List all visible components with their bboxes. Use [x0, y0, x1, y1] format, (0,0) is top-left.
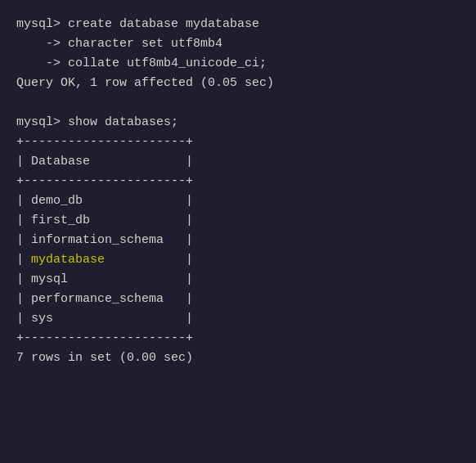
table-bottom-border: +----------------------+ — [16, 329, 460, 348]
mydatabase-highlight: mydatabase — [31, 253, 105, 267]
db-row-sys: | sys | — [16, 309, 460, 329]
table-top-border: +----------------------+ — [16, 133, 460, 152]
db-row-information: | information_schema | — [16, 231, 460, 250]
command-line-3: -> collate utf8mb4_unicode_ci; — [16, 54, 460, 74]
db-row-demo: | demo_db | — [16, 191, 460, 211]
db-row-first: | first_db | — [16, 211, 460, 231]
terminal-window: mysql> create database mydatabase -> cha… — [16, 15, 460, 448]
db-row-mydatabase: | mydatabase | — [16, 250, 460, 270]
command-line-2: -> character set utf8mb4 — [16, 34, 460, 54]
empty-line — [16, 93, 460, 113]
command-line-1: mysql> create database mydatabase — [16, 15, 460, 34]
db-row-performance: | performance_schema | — [16, 290, 460, 309]
table-header-border: +----------------------+ — [16, 172, 460, 191]
table-header: | Database | — [16, 152, 460, 172]
show-databases-command: mysql> show databases; — [16, 113, 460, 133]
db-row-mysql: | mysql | — [16, 270, 460, 290]
rows-count: 7 rows in set (0.00 sec) — [16, 348, 460, 368]
query-ok-line: Query OK, 1 row affected (0.05 sec) — [16, 74, 460, 93]
